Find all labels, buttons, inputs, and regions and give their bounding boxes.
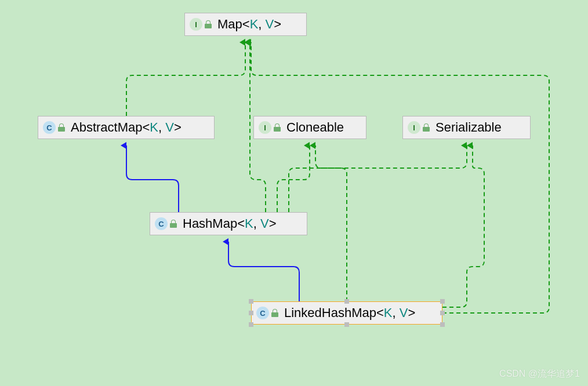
lock-icon — [170, 220, 177, 228]
class-icon: C — [155, 217, 168, 230]
edge-linkedhashmap-map — [251, 42, 549, 313]
selection-handle[interactable] — [249, 311, 253, 315]
edge-hashmap-serializable — [289, 145, 467, 212]
class-label: LinkedHashMap — [284, 305, 376, 321]
class-label: AbstractMap — [71, 120, 143, 135]
edge-linkedhashmap-serializable — [442, 145, 484, 307]
lock-icon — [271, 309, 278, 317]
node-cloneable[interactable]: I Cloneable — [253, 116, 366, 139]
edge-linkedhashmap-hashmap — [228, 242, 299, 301]
class-icon: C — [256, 307, 269, 319]
selection-handle[interactable] — [440, 322, 445, 327]
edge-hashmap-cloneable — [277, 145, 310, 212]
node-linkedhashmap[interactable]: C LinkedHashMap<K, V> — [251, 301, 442, 325]
class-label: Map — [217, 17, 242, 32]
node-hashmap[interactable]: C HashMap<K, V> — [150, 212, 307, 235]
diagram-canvas: I Map<K, V> C AbstractMap<K, V> I Clonea… — [0, 0, 588, 386]
edge-linkedhashmap-cloneable — [315, 145, 347, 301]
watermark: CSDN @流华追梦1 — [499, 368, 580, 380]
interface-icon: I — [190, 18, 202, 31]
selection-handle[interactable] — [344, 322, 349, 327]
connector-layer — [0, 0, 588, 386]
selection-handle[interactable] — [249, 322, 253, 327]
class-label: Cloneable — [286, 120, 344, 135]
class-label: Serializable — [435, 120, 502, 135]
lock-icon — [274, 123, 281, 132]
selection-handle[interactable] — [344, 299, 349, 304]
selection-handle[interactable] — [249, 299, 253, 304]
class-label: HashMap — [183, 216, 237, 231]
node-abstractmap[interactable]: C AbstractMap<K, V> — [38, 116, 215, 139]
interface-icon: I — [259, 121, 271, 134]
interface-icon: I — [408, 121, 420, 134]
selection-handle[interactable] — [440, 299, 445, 304]
node-map[interactable]: I Map<K, V> — [184, 13, 307, 36]
edge-hashmap-abstractmap — [126, 145, 179, 212]
class-icon: C — [43, 121, 56, 134]
edge-abstractmap-map — [126, 42, 245, 116]
selection-handle[interactable] — [440, 311, 445, 315]
lock-icon — [58, 123, 65, 132]
lock-icon — [423, 123, 430, 132]
node-serializable[interactable]: I Serializable — [402, 116, 531, 139]
lock-icon — [205, 20, 212, 28]
